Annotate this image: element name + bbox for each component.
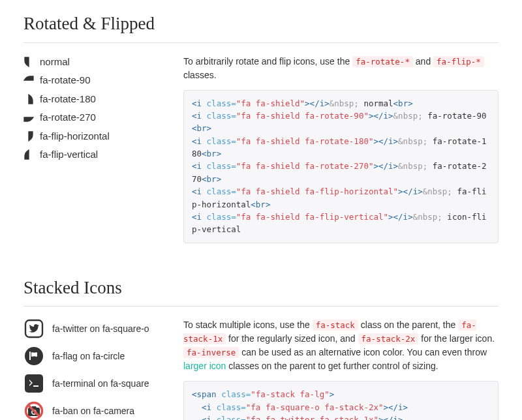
rotated-demo-list: normalfa-rotate-90fa-rotate-180fa-rotate… <box>23 55 170 162</box>
list-item-label: fa-rotate-180 <box>40 92 96 107</box>
code-chip: fa-stack-2x <box>358 333 419 344</box>
shield-icon <box>23 94 34 104</box>
section-stacked-icons: Stacked Icons fa-twitter on fa-square-o <box>23 271 499 420</box>
list-item: fa-terminal on fa-square <box>23 373 170 394</box>
list-item-label: fa-ban on fa-camera <box>52 404 134 418</box>
list-item-label: fa-flip-vertical <box>40 147 98 162</box>
rotated-code-block: <i class="fa fa-shield"></i>&nbsp; norma… <box>183 90 499 243</box>
section-rotated-flipped: Rotated & Flipped normalfa-rotate-90fa-r… <box>23 7 499 243</box>
code-chip: fa-rotate-* <box>352 56 413 67</box>
divider <box>23 306 499 307</box>
list-item-label: fa-terminal on fa-square <box>52 377 149 391</box>
shield-icon <box>23 131 34 142</box>
shield-icon <box>23 112 34 123</box>
code-chip: fa-flip-* <box>433 56 484 67</box>
divider <box>23 42 499 43</box>
list-item: fa-flag on fa-circle <box>23 346 170 367</box>
list-item-label: normal <box>40 55 70 70</box>
shield-icon <box>23 149 34 160</box>
list-item: normal <box>23 55 170 70</box>
larger-icon-link[interactable]: larger icon <box>183 361 226 371</box>
stack-flag-circle-icon <box>23 346 44 367</box>
list-item: fa-rotate-270 <box>23 110 170 125</box>
stack-twitter-square-icon <box>23 318 44 339</box>
list-item: fa-flip-horizontal <box>23 129 170 144</box>
shield-icon <box>23 75 34 85</box>
svg-line-4 <box>29 406 40 417</box>
stacked-demo-list: fa-twitter on fa-square-o fa-flag on fa-… <box>23 318 170 420</box>
stacked-intro: To stack multiple icons, use the fa-stac… <box>183 318 499 373</box>
section-heading: Stacked Icons <box>23 271 499 301</box>
code-chip: fa-stack <box>313 320 358 331</box>
list-item: fa-rotate-180 <box>23 92 170 107</box>
list-item-label: fa-rotate-90 <box>40 73 91 88</box>
stack-terminal-square-icon <box>23 373 44 394</box>
list-item-label: fa-rotate-270 <box>40 110 96 125</box>
stacked-code-block: <span class="fa-stack fa-lg"> <i class="… <box>183 381 499 420</box>
list-item: fa-twitter on fa-square-o <box>23 318 170 339</box>
list-item: fa-rotate-90 <box>23 73 170 88</box>
shield-icon <box>23 57 34 67</box>
section-heading: Rotated & Flipped <box>23 7 499 37</box>
list-item: fa-ban on fa-camera <box>23 400 170 420</box>
list-item-label: fa-flag on fa-circle <box>52 350 125 363</box>
stack-ban-camera-icon <box>23 400 44 420</box>
list-item: fa-flip-vertical <box>23 147 170 162</box>
code-chip: fa-inverse <box>183 347 239 358</box>
list-item-label: fa-flip-horizontal <box>40 129 110 144</box>
list-item-label: fa-twitter on fa-square-o <box>52 322 149 336</box>
rotated-intro: To arbitrarily rotate and flip icons, us… <box>183 55 499 82</box>
